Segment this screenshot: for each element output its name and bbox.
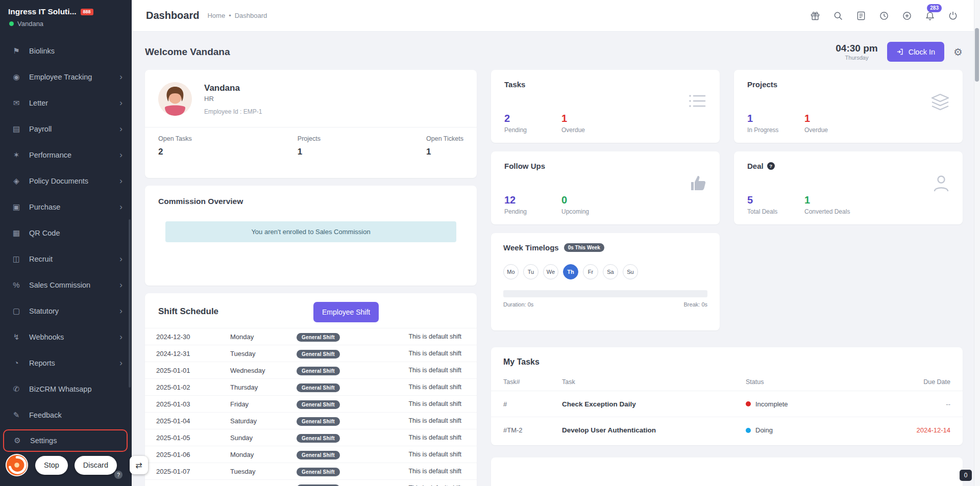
sidebar-item-bizcrm-whatsapp[interactable]: ✆ BizCRM Whatsapp [0,376,132,402]
bell-icon[interactable]: 283 [924,10,936,21]
stop-button[interactable]: Stop [35,456,68,475]
metric-value: 2 [504,113,561,124]
layers-icon [931,93,949,113]
shift-date: 2025-01-06 [156,451,230,458]
shift-badge: General Shift [297,400,408,408]
task-id: #TM-2 [503,426,562,434]
sidebar-header: Ingress IT Soluti... 888 Vandana [0,0,132,32]
gift-icon[interactable] [810,10,821,21]
topbar: Dashboard Home • Dashboard 2 [132,0,980,32]
webhooks-icon: ↯ [10,332,22,342]
discard-button[interactable]: Discard [75,456,117,475]
week-total-badge: 0s This Week [564,243,604,252]
sidebar-item-purchase[interactable]: ▣ Purchase › [0,194,132,220]
stat-label: Projects [298,135,321,142]
card-title: Follow Ups [504,162,706,170]
profile-name: Vandana [204,83,262,93]
plus-circle-icon[interactable] [901,10,913,21]
company-name[interactable]: Ingress IT Soluti... [8,7,77,16]
day-pill-su[interactable]: Su [623,264,638,279]
shift-row: 2025-01-07 Tuesday General Shift This is… [145,463,477,480]
day-label: Thursday [836,55,877,61]
help-circle-icon[interactable]: ? [767,162,775,170]
day-pill-we[interactable]: We [543,264,558,279]
profile-stat-open-tasks: Open Tasks 2 [158,135,192,157]
sidebar-item-label: Performance [29,151,119,159]
chat-widget-badge[interactable]: 0 [960,470,972,481]
sidebar-item-reports[interactable]: ◔ Reports › [0,350,132,376]
switch-arrows-button[interactable]: ⇄ [130,456,148,474]
welcome-title: Welcome Vandana [145,42,230,58]
sidebar-item-payroll[interactable]: ▤ Payroll › [0,116,132,142]
metric-label: Pending [504,126,561,134]
commission-info-message: You aren't enrolled to Sales Commission [165,221,456,242]
clock-icon[interactable] [878,10,890,21]
search-icon[interactable] [832,10,844,21]
shift-day: Saturday [230,417,297,425]
chevron-right-icon: › [119,254,122,263]
week-day-selector: Mo Tu We Th Fr Sa Su [503,264,707,279]
task-due-date: 2024-12-14 [879,426,950,434]
table-row[interactable]: #TM-2 Develop User Authentication Doing … [491,417,963,443]
shift-badge: General Shift [297,484,408,486]
shift-badge: General Shift [297,451,408,458]
list-icon [688,93,706,111]
break-label: Break: 0s [684,301,707,308]
letter-icon: ✉ [10,98,22,108]
day-pill-tu[interactable]: Tu [523,264,538,279]
sidebar-item-label: Policy Documents [29,177,119,185]
profile-employee-id: Employee Id : EMP-1 [204,108,262,115]
shift-table: 2024-12-30 Monday General Shift This is … [145,328,477,486]
shift-note: This is default shift [408,367,461,374]
stat-value: 1 [298,147,321,157]
notes-icon[interactable] [855,10,867,21]
sidebar-item-recruit[interactable]: ◫ Recruit › [0,246,132,272]
sidebar-item-feedback[interactable]: ✎ Feedback [0,402,132,428]
metric-value: 1 [561,113,619,124]
breadcrumb-home[interactable]: Home [207,12,225,19]
shift-date: 2025-01-07 [156,468,230,475]
biolinks-icon: ⚑ [10,46,22,56]
person-icon [933,175,949,194]
status-label: Doing [755,426,773,434]
avatar [158,82,192,116]
sidebar-scrollbar-thumb[interactable] [129,219,131,388]
sidebar-item-performance[interactable]: ✶ Performance › [0,142,132,168]
dashboard-settings-gear-icon[interactable]: ⚙ [953,46,963,58]
sidebar-item-policy-documents[interactable]: ◈ Policy Documents › [0,168,132,194]
task-name[interactable]: Check Exception Daily [562,400,746,408]
sidebar-item-statutory[interactable]: ▢ Statutory › [0,298,132,324]
chevron-right-icon: › [119,306,122,315]
employee-shift-button[interactable]: Employee Shift [313,302,379,322]
metric-label: Upcoming [561,208,619,215]
main-area: Dashboard Home • Dashboard 2 [132,0,980,486]
sidebar-item-sales-commission[interactable]: % Sales Commission › [0,272,132,298]
clock-in-button[interactable]: Clock In [887,42,944,62]
column-header: Task [562,378,746,386]
sidebar-item-webhooks[interactable]: ↯ Webhooks › [0,324,132,350]
shift-badge: General Shift [297,434,408,442]
card-title: Week Timelogs [503,243,559,252]
help-badge[interactable]: ? [114,471,122,479]
recorder-logo[interactable] [5,453,29,477]
sidebar-item-biolinks[interactable]: ⚑ Biolinks [0,38,132,64]
page-scrollbar[interactable] [974,0,980,486]
table-row[interactable]: # Check Exception Daily Incomplete -- [491,391,963,417]
day-pill-mo[interactable]: Mo [503,264,519,279]
performance-icon: ✶ [10,150,22,160]
task-name[interactable]: Develop User Authentication [562,426,746,434]
sidebar-item-letter[interactable]: ✉ Letter › [0,90,132,116]
metric-value: 1 [804,194,862,206]
day-pill-th[interactable]: Th [563,264,578,279]
scrollbar-thumb[interactable] [975,28,979,82]
shift-badge: General Shift [297,350,408,357]
status-dot [746,428,751,433]
day-pill-sa[interactable]: Sa [603,264,618,279]
day-pill-fr[interactable]: Fr [583,264,598,279]
sidebar-item-settings[interactable]: ⚙ Settings [3,429,128,452]
sidebar-item-qr-code[interactable]: ▦ QR Code [0,220,132,246]
metric-value: 5 [747,194,804,206]
shift-row: 2025-01-05 Sunday General Shift This is … [145,429,477,446]
sidebar-item-employee-tracking[interactable]: ◉ Employee Tracking › [0,64,132,90]
power-icon[interactable] [947,10,959,21]
